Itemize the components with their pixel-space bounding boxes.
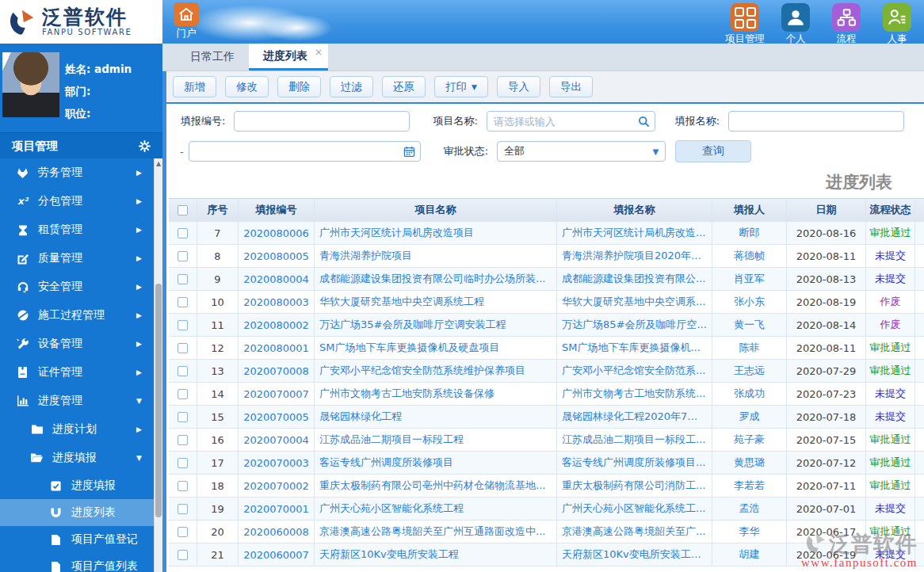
report-name-link[interactable]: 晟铭园林绿化工程2020年7月... bbox=[562, 410, 707, 424]
date-input[interactable] bbox=[189, 141, 421, 162]
report-no-link[interactable]: 2020080002 bbox=[243, 319, 309, 331]
print-button[interactable]: 打印▼ bbox=[434, 76, 488, 97]
row-checkbox[interactable] bbox=[178, 504, 188, 514]
report-no-link[interactable]: 2020070001 bbox=[243, 503, 309, 515]
edit-button[interactable]: 修改 bbox=[225, 76, 269, 97]
person-link[interactable]: 黄思璐 bbox=[734, 456, 765, 470]
project-link[interactable]: 客运专线广州调度所装修项目 bbox=[319, 456, 453, 470]
tab-progress-list[interactable]: 进度列表 × bbox=[249, 44, 328, 71]
gear-icon[interactable] bbox=[139, 140, 151, 152]
row-checkbox[interactable] bbox=[178, 550, 188, 560]
approval-status-select[interactable]: 全部 ▼ bbox=[497, 141, 666, 162]
row-checkbox[interactable] bbox=[178, 412, 188, 422]
row-checkbox[interactable] bbox=[178, 366, 188, 376]
person-link[interactable]: 罗成 bbox=[739, 410, 760, 424]
report-name-link[interactable]: 客运专线广州调度所装修项目... bbox=[562, 456, 705, 470]
row-checkbox[interactable] bbox=[178, 228, 188, 238]
sidebar-item-quality[interactable]: 质量管理 ▶ bbox=[0, 244, 162, 273]
report-no-link[interactable]: 2020070008 bbox=[243, 365, 309, 377]
person-link[interactable]: 李华 bbox=[739, 524, 760, 539]
person-link[interactable]: 胡建 bbox=[739, 547, 760, 562]
report-no-input[interactable] bbox=[234, 111, 410, 132]
project-link[interactable]: 广安邓小平纪念馆安全防范系统维护保养项目 bbox=[319, 364, 525, 378]
search-icon[interactable] bbox=[638, 116, 650, 128]
report-name-link[interactable]: 广州市天河区统计局机房改造... bbox=[562, 226, 705, 240]
project-link[interactable]: SM广场地下车库更换摄像机及硬盘项目 bbox=[319, 341, 499, 355]
report-name-link[interactable]: 成都能源建设集团投资有限公... bbox=[562, 272, 705, 286]
report-name-link[interactable]: 广州天心苑小区智能化系统工... bbox=[562, 501, 705, 516]
sidebar-item-construction-process[interactable]: 施工过程管理 ▶ bbox=[0, 301, 162, 330]
person-link[interactable]: 蒋德帧 bbox=[734, 249, 765, 263]
sidebar-item-certificate[interactable]: 证件管理 ▶ bbox=[0, 358, 162, 387]
tab-daily-work[interactable]: 日常工作 bbox=[176, 44, 249, 71]
person-link[interactable]: 孟浩 bbox=[739, 501, 760, 516]
restore-button[interactable]: 还原 bbox=[382, 76, 426, 97]
import-button[interactable]: 导入 bbox=[497, 76, 540, 97]
report-name-input[interactable] bbox=[728, 111, 904, 132]
portal-button[interactable]: 门户 bbox=[169, 2, 204, 40]
project-link[interactable]: 天府新区10Kv变电所安装工程 bbox=[319, 547, 459, 562]
row-checkbox[interactable] bbox=[178, 527, 188, 537]
add-button[interactable]: 新增 bbox=[173, 76, 216, 97]
app-hr[interactable]: 人事 bbox=[872, 3, 922, 44]
app-workflow[interactable]: 流程 bbox=[821, 3, 872, 44]
project-link[interactable]: 重庆太极制药有限公司亳州中药材仓储物流基地... bbox=[319, 479, 545, 493]
sidebar-item-progress-report[interactable]: 进度填报 bbox=[0, 472, 162, 499]
row-checkbox[interactable] bbox=[178, 458, 188, 468]
project-link[interactable]: 广州天心苑小区智能化系统工程 bbox=[319, 501, 464, 516]
calendar-icon[interactable] bbox=[403, 146, 415, 158]
row-checkbox[interactable] bbox=[178, 435, 188, 445]
sidebar-item-output-list[interactable]: 项目产值列表 bbox=[0, 553, 162, 572]
project-link[interactable]: 成都能源建设集团投资有限公司临时办公场所装... bbox=[319, 272, 545, 286]
delete-button[interactable]: 删除 bbox=[277, 76, 321, 97]
app-personal[interactable]: 个人 bbox=[770, 3, 821, 44]
report-no-link[interactable]: 2020080006 bbox=[243, 227, 309, 239]
project-link[interactable]: 江苏成品油二期项目一标段工程 bbox=[319, 433, 464, 447]
sidebar-scrollbar[interactable]: ▲ bbox=[154, 158, 162, 572]
project-link[interactable]: 华软大厦研究基地中央空调系统工程 bbox=[319, 295, 484, 309]
project-link[interactable]: 京港澳高速公路粤境韶关至广州互通路面改造中... bbox=[319, 524, 545, 539]
sidebar-item-subcontract[interactable]: x² 分包管理 ▶ bbox=[0, 187, 162, 215]
row-checkbox[interactable] bbox=[178, 251, 188, 261]
app-project-management[interactable]: 项目管理 bbox=[720, 3, 770, 44]
person-link[interactable]: 陈菲 bbox=[739, 341, 760, 355]
report-no-link[interactable]: 2020080005 bbox=[243, 250, 309, 262]
person-link[interactable]: 断郎 bbox=[739, 226, 760, 240]
scroll-up-icon[interactable]: ▲ bbox=[155, 158, 162, 169]
row-checkbox[interactable] bbox=[178, 481, 188, 491]
filter-button[interactable]: 过滤 bbox=[330, 76, 373, 97]
person-link[interactable]: 肖亚军 bbox=[734, 272, 765, 286]
sidebar-item-labor[interactable]: 劳务管理 ▶ bbox=[0, 158, 162, 187]
project-name-input[interactable] bbox=[487, 111, 655, 132]
sidebar-item-progress-plan[interactable]: 进度计划 ▶ bbox=[0, 415, 162, 444]
select-all-checkbox[interactable] bbox=[178, 205, 188, 215]
report-no-link[interactable]: 2020070004 bbox=[243, 434, 309, 446]
row-checkbox[interactable] bbox=[178, 320, 188, 330]
person-link[interactable]: 黄一飞 bbox=[734, 318, 765, 332]
report-name-link[interactable]: 京港澳高速公路粤境韶关至广... bbox=[562, 524, 705, 539]
person-link[interactable]: 苑子豪 bbox=[734, 433, 765, 447]
sidebar-item-output-register[interactable]: 项目产值登记 bbox=[0, 526, 162, 553]
sidebar-item-lease[interactable]: 租赁管理 ▶ bbox=[0, 215, 162, 244]
sidebar-scrollbar-thumb[interactable] bbox=[155, 284, 162, 517]
search-button[interactable]: 查询 bbox=[675, 140, 751, 162]
report-name-link[interactable]: 青海洪湖养护院项目2020年8... bbox=[562, 249, 707, 263]
report-name-link[interactable]: SM广场地下车库更换摄像机... bbox=[562, 341, 701, 355]
report-name-link[interactable]: 万达广场85#会所及咖啡厅空... bbox=[562, 318, 707, 332]
person-link[interactable]: 李若若 bbox=[734, 479, 765, 493]
sidebar-item-progress[interactable]: 进度管理 ▼ bbox=[0, 387, 162, 415]
project-link[interactable]: 广州市文物考古工地安防系统设备保修 bbox=[319, 387, 494, 401]
sidebar-item-equipment[interactable]: 设备管理 ▶ bbox=[0, 330, 162, 358]
report-no-link[interactable]: 2020070003 bbox=[243, 457, 309, 469]
report-name-link[interactable]: 华软大厦研究基地中央空调系... bbox=[562, 295, 705, 309]
report-name-link[interactable]: 重庆太极制药有限公司消防工... bbox=[562, 479, 705, 493]
person-link[interactable]: 张小东 bbox=[734, 295, 765, 309]
project-link[interactable]: 万达广场35#会所及咖啡厅空调安装工程 bbox=[319, 318, 506, 332]
sidebar-item-progress-list[interactable]: 进度列表 bbox=[0, 499, 162, 526]
report-no-link[interactable]: 2020070005 bbox=[243, 411, 309, 423]
report-no-link[interactable]: 2020060007 bbox=[243, 549, 309, 561]
row-checkbox[interactable] bbox=[178, 389, 188, 399]
row-checkbox[interactable] bbox=[178, 343, 188, 353]
report-no-link[interactable]: 2020080004 bbox=[243, 273, 309, 285]
person-link[interactable]: 张成功 bbox=[734, 387, 765, 401]
